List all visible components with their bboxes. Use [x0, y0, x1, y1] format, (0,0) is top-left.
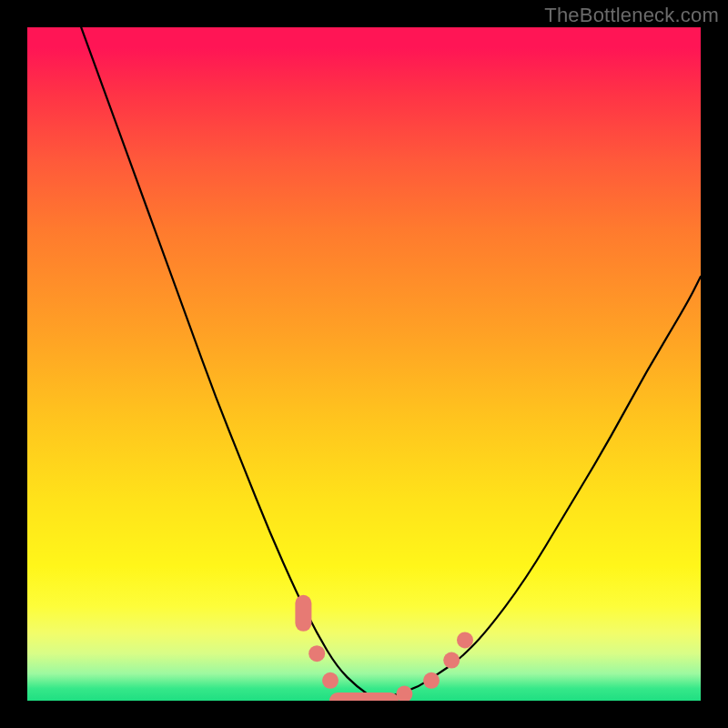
- marker-4: [396, 686, 412, 701]
- marker-2: [322, 672, 339, 689]
- marker-3: [329, 693, 399, 701]
- marker-7: [457, 632, 473, 648]
- marker-5: [423, 672, 440, 689]
- marker-6: [443, 652, 460, 669]
- bottleneck-curve-svg: [27, 27, 701, 701]
- markers-group: [295, 595, 473, 701]
- marker-0: [295, 595, 311, 632]
- plot-area: [27, 27, 701, 701]
- bottleneck-curve: [81, 27, 701, 699]
- chart-frame: TheBottleneck.com: [0, 0, 728, 728]
- watermark-text: TheBottleneck.com: [544, 4, 719, 27]
- marker-1: [308, 645, 325, 662]
